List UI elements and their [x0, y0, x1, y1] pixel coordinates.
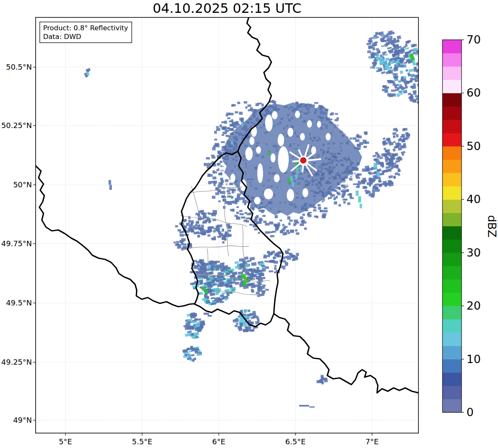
echo-cell	[349, 178, 353, 181]
echo-cell	[354, 160, 357, 162]
echo-cell	[331, 189, 336, 192]
echo-cell	[217, 272, 222, 275]
echo-cell	[224, 160, 227, 162]
echo-cell	[240, 310, 243, 312]
echo-cell	[245, 162, 247, 165]
echo-cell	[337, 134, 339, 137]
echo-cell	[215, 279, 219, 283]
echo-cell	[261, 155, 264, 158]
echo-cell	[271, 172, 272, 174]
echo-cell	[322, 151, 325, 154]
echo-cell	[384, 90, 387, 93]
echo-cell	[258, 287, 261, 289]
colorbar-segment	[442, 107, 462, 120]
echo-cell	[268, 255, 270, 257]
echo-cell	[210, 265, 215, 268]
echo-cell	[401, 76, 403, 79]
echo-cell	[353, 167, 357, 171]
echo-cell	[222, 157, 225, 160]
echo-cell	[326, 177, 328, 179]
echo-cell	[213, 230, 215, 232]
echo-cell	[341, 195, 344, 198]
echo-cell	[239, 111, 243, 115]
colorbar-segment	[442, 253, 462, 266]
echo-cell	[216, 126, 219, 128]
echo-cell	[227, 127, 230, 129]
echo-cell	[292, 156, 294, 158]
echo-cell	[254, 111, 257, 113]
echo-cell	[358, 148, 361, 150]
echo-cell	[196, 231, 200, 234]
echo-cell	[358, 181, 360, 183]
echo-cell	[246, 218, 250, 220]
echo-cell	[305, 172, 307, 174]
echo-cell	[311, 179, 314, 182]
echo-cell	[329, 182, 332, 184]
echo-gap	[264, 189, 273, 199]
echo-cell	[329, 151, 332, 153]
echo-cell	[302, 125, 304, 127]
echo-cell	[232, 104, 236, 106]
echo-cell	[307, 174, 311, 177]
echo-cell	[273, 124, 276, 126]
echo-cell	[309, 104, 312, 107]
echo-cell	[227, 203, 232, 205]
echo-cell	[287, 137, 290, 139]
echo-cell	[376, 67, 380, 69]
echo-cell	[332, 142, 335, 144]
echo-cell	[261, 210, 264, 213]
echo-cell	[318, 181, 320, 183]
echo-cell	[322, 124, 324, 125]
echo-cell	[372, 192, 375, 196]
echo-cell	[412, 99, 416, 102]
echo-cell	[294, 180, 296, 182]
echo-cell	[263, 269, 266, 272]
echo-gap	[326, 133, 331, 140]
echo-cell	[318, 207, 321, 210]
echo-cell	[243, 125, 247, 128]
echo-cell	[280, 181, 282, 183]
echo-cell	[279, 121, 282, 124]
echo-cell	[330, 149, 332, 151]
echo-cell	[284, 106, 288, 109]
echo-cell	[284, 226, 288, 228]
echo-cell	[253, 123, 255, 126]
echo-cell	[229, 149, 232, 151]
echo-cell	[292, 172, 295, 175]
echo-cell	[363, 186, 367, 189]
echo-cell	[345, 150, 348, 153]
x-tick-label: 5°E	[59, 437, 72, 446]
echo-cell	[413, 92, 416, 95]
echo-cell	[230, 124, 234, 127]
echo-cell	[307, 182, 310, 184]
echo-cell	[379, 184, 381, 187]
echo-cell	[258, 288, 263, 292]
echo-cell	[295, 185, 298, 188]
echo-cell	[276, 124, 279, 125]
echo-cell	[276, 224, 278, 228]
echo-cell	[349, 196, 352, 198]
echo-cell	[337, 174, 340, 176]
echo-cell	[272, 167, 274, 168]
echo-cell	[249, 118, 252, 120]
echo-cell	[335, 174, 337, 176]
echo-cell	[237, 102, 240, 104]
echo-cell	[284, 201, 286, 203]
echo-cell	[268, 172, 271, 174]
echo-cell	[339, 146, 341, 148]
echo-cell	[337, 124, 339, 126]
echo-cell	[199, 272, 203, 275]
echo-cell	[228, 161, 230, 164]
echo-cell	[343, 191, 346, 194]
echo-cell	[267, 186, 269, 188]
echo-cell	[245, 272, 249, 275]
echo-cell	[235, 282, 239, 285]
echo-cell	[266, 111, 269, 114]
echo-cell	[259, 206, 261, 209]
echo-cell	[243, 329, 248, 332]
echo-cell	[256, 316, 259, 319]
echo-cell	[305, 104, 308, 107]
echo-cell	[261, 198, 264, 201]
echo-cell	[243, 323, 247, 327]
echo-cell	[311, 139, 312, 140]
